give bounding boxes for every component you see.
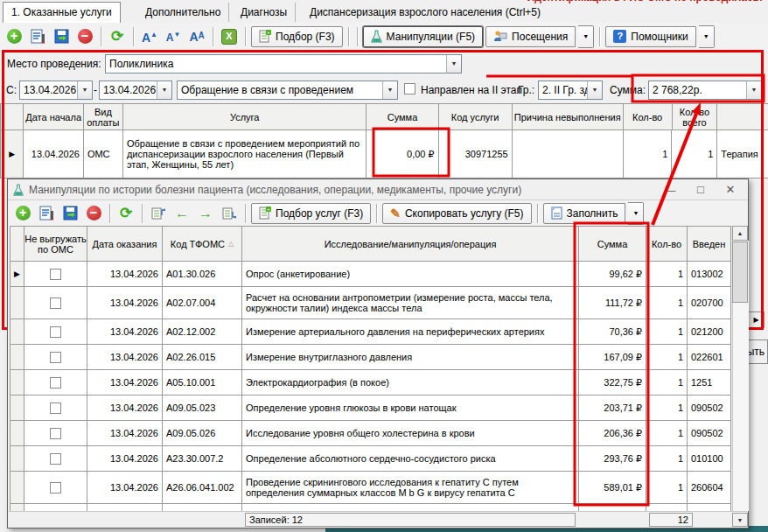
podbor-uslug-button[interactable]: + Подбор услуг (F3) <box>251 203 371 224</box>
no-export-cell[interactable] <box>24 287 87 319</box>
col-header-qty[interactable]: Кол-во <box>646 227 688 262</box>
col-header-qty[interactable]: Кол-во <box>624 104 673 130</box>
referred-checkbox[interactable] <box>404 83 415 94</box>
col-header-code[interactable]: Код услуги <box>439 104 513 130</box>
move-last-icon[interactable] <box>219 203 240 224</box>
row-selector: ▶ <box>1 130 24 178</box>
chevron-down-icon[interactable]: ▼ <box>587 81 602 99</box>
col-header-date[interactable]: Дата оказания <box>87 227 163 262</box>
no-export-cell[interactable] <box>24 262 87 287</box>
font-decrease-icon[interactable]: A▼ <box>163 26 184 47</box>
col-header-entered[interactable]: Введен <box>688 227 731 262</box>
no-export-cell[interactable] <box>24 396 87 421</box>
remove-icon[interactable]: − <box>74 26 95 47</box>
edit-record-icon[interactable] <box>36 203 57 224</box>
minimize-button[interactable]: — <box>659 181 683 198</box>
no-export-cell[interactable] <box>24 370 87 396</box>
col-header-no-export[interactable]: Не выгружать по ОМС <box>24 227 87 262</box>
move-first-icon[interactable] <box>148 203 169 224</box>
fill-dropdown[interactable]: ▼ <box>628 202 644 225</box>
table-row[interactable]: 13.04.2026A09.05.023Определение уровня г… <box>10 396 731 421</box>
font-reset-icon[interactable]: Aᴬ <box>186 26 207 47</box>
no-export-checkbox[interactable] <box>50 326 61 338</box>
table-row[interactable]: ▶13.04.2026A01.30.026Опрос (анкетировани… <box>10 262 731 287</box>
excel-export-icon[interactable]: X <box>219 26 240 47</box>
save-icon[interactable] <box>59 203 80 224</box>
add-icon[interactable]: + <box>3 26 24 47</box>
no-export-checkbox[interactable] <box>50 482 61 494</box>
col-header-department[interactable] <box>717 104 768 130</box>
no-export-checkbox[interactable] <box>50 377 61 388</box>
visits-button[interactable]: Посещения <box>485 26 576 47</box>
chevron-down-icon[interactable]: ▼ <box>382 81 397 99</box>
col-header-sum[interactable]: Сумма <box>579 227 646 262</box>
tab-services[interactable]: 1. Оказанные услуги <box>3 2 121 24</box>
no-export-cell[interactable] <box>24 472 87 504</box>
chevron-down-icon[interactable]: ▼ <box>446 55 461 73</box>
helpers-button[interactable]: ? Помощники <box>605 26 695 47</box>
col-header-date[interactable]: Дата начала <box>24 104 83 130</box>
col-header-qty-total[interactable]: Кол-во всего <box>673 104 718 130</box>
edit-record-icon[interactable] <box>27 26 48 47</box>
chevron-down-icon[interactable]: ▼ <box>157 81 171 99</box>
helpers-dropdown[interactable]: ▼ <box>699 25 715 48</box>
table-row[interactable]: 13.04.2026A02.26.015Измерение внутриглаз… <box>10 345 731 370</box>
toolbar-separator <box>245 27 246 46</box>
col-header-reason[interactable]: Причина невыполнения <box>513 104 624 130</box>
manipulations-button[interactable]: Манипуляции (F5) <box>363 26 483 47</box>
dialog-title-bar[interactable]: Манипуляции по истории болезни пациента … <box>8 179 748 200</box>
add-icon[interactable]: + <box>12 203 33 224</box>
col-header-sum[interactable]: Сумма <box>367 104 438 130</box>
tab-additional[interactable]: Дополнительно <box>137 3 229 22</box>
no-export-checkbox[interactable] <box>50 298 61 309</box>
col-header-code[interactable]: Код ТФОМС△ <box>163 227 242 262</box>
vscroll-thumb[interactable] <box>732 242 748 303</box>
tab-diagnoses[interactable]: Диагнозы <box>233 3 296 22</box>
chevron-down-icon[interactable]: ▼ <box>77 81 92 99</box>
maximize-button[interactable]: □ <box>688 181 713 198</box>
group-combo[interactable]: 2. II Гр. зд. ▼ <box>538 80 603 100</box>
podbor-button[interactable]: + Подбор (F3) <box>251 26 343 47</box>
copy-service-button[interactable]: ✎ Скопировать услугу (F5) <box>382 203 531 224</box>
no-export-cell[interactable] <box>24 319 87 345</box>
sum-combo[interactable]: 2 768,22р. ▼ <box>648 80 762 100</box>
no-export-checkbox[interactable] <box>50 352 61 363</box>
refresh-icon[interactable]: ⟳ <box>115 203 136 224</box>
col-header-service[interactable]: Услуга <box>123 104 367 130</box>
table-row[interactable]: 13.04.2026A02.12.002Измерение артериальн… <box>10 319 731 345</box>
no-export-checkbox[interactable] <box>50 428 61 439</box>
table-row[interactable]: 13.04.2026A23.30.007.2Определение абсолю… <box>10 446 731 472</box>
table-row[interactable]: 13.04.2026A26.06.041.002Проведение скрин… <box>10 472 731 504</box>
place-combo[interactable]: Поликлиника ▼ <box>105 54 462 74</box>
no-export-checkbox[interactable] <box>50 453 61 465</box>
close-button[interactable]: ✕ <box>718 181 743 198</box>
no-export-checkbox[interactable] <box>50 269 61 280</box>
visits-dropdown[interactable]: ▼ <box>578 25 594 48</box>
vscroll-up-button[interactable]: ▲ <box>732 226 748 241</box>
date-from-combo[interactable]: 13.04.2026 ▼ <box>19 80 93 100</box>
move-down-icon[interactable]: → <box>195 203 216 224</box>
col-header-name[interactable]: Исследование/манипуляция/операция <box>242 227 579 262</box>
col-header-payment[interactable]: Вид оплаты <box>84 104 123 130</box>
no-export-cell[interactable] <box>24 446 87 472</box>
tab-dispensary[interactable]: Диспансеризация взрослого населения (Ctr… <box>302 3 548 22</box>
no-export-cell[interactable] <box>24 345 87 370</box>
table-row[interactable]: 13.04.2026A09.05.026Исследование уровня … <box>10 421 731 446</box>
date-to-combo[interactable]: 13.04.2026 ▼ <box>99 80 172 100</box>
chevron-down-icon[interactable]: ▼ <box>746 81 761 99</box>
font-increase-icon[interactable]: A▲ <box>139 26 160 47</box>
no-export-checkbox[interactable] <box>50 402 61 414</box>
save-icon[interactable] <box>51 26 72 47</box>
hscroll-right-button[interactable]: ▶ <box>748 312 765 328</box>
refresh-icon[interactable]: ⟳ <box>107 26 128 47</box>
services-header-row: Дата начала Вид оплаты Услуга Сумма Код … <box>1 104 768 130</box>
reason-combo[interactable]: Обращение в связи с проведением ▼ <box>177 80 398 100</box>
fill-button[interactable]: Заполнить <box>543 203 626 224</box>
move-up-icon[interactable]: ← <box>171 203 192 224</box>
remove-icon[interactable]: − <box>83 203 104 224</box>
table-row[interactable]: ▶ 13.04.2026 ОМС Обращение в связи с про… <box>1 130 768 178</box>
vscroll-down-button[interactable]: ▼ <box>732 513 748 527</box>
no-export-cell[interactable] <box>24 421 87 446</box>
table-row[interactable]: 13.04.2026A05.10.001Электрокардиография … <box>10 370 731 396</box>
table-row[interactable]: 13.04.2026A02.07.004Расчет на основании … <box>10 287 731 319</box>
